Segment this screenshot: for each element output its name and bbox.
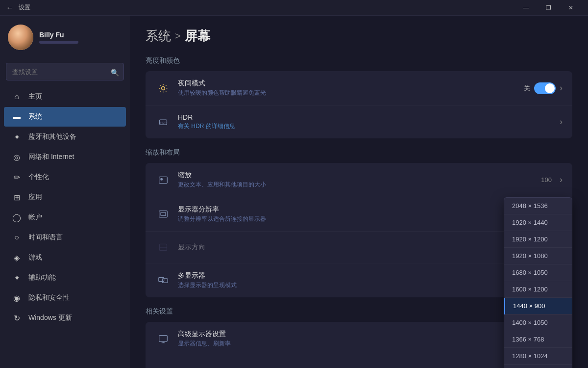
section-brightness: 亮度和颜色夜间模式使用较暖的颜色帮助眼睛避免蓝光关›HDRHDR有关 HDR 的… [146,56,572,138]
sidebar: Billy Fu 🔍 ⌂主页▬系统✦蓝牙和其他设备◎网络和 Internet✏个… [0,16,130,368]
item-title-hdr: HDR [178,113,560,121]
breadcrumb: 系统 > 屏幕 [146,27,572,45]
item-title-resolution: 显示器分辨率 [178,205,552,214]
settings-item-zoom[interactable]: 缩放更改文本、应用和其他项目的大小100› [146,163,572,197]
resolution-option-3[interactable]: 1920 × 1080 [504,248,572,264]
svg-rect-14 [161,212,166,215]
back-icon[interactable]: ← [6,3,14,12]
sidebar-item-network[interactable]: ◎网络和 Internet [4,147,126,167]
user-info: Billy Fu [39,31,78,44]
breadcrumb-system[interactable]: 系统 [146,27,171,45]
resolution-option-10[interactable]: 1280 × 960 [504,365,572,368]
nav-label-apps: 应用 [28,193,42,202]
value-chevron-control-zoom: 100› [541,175,563,185]
sidebar-item-time[interactable]: ○时间和语言 [4,228,126,247]
sidebar-item-privacy[interactable]: ◉隐私和安全性 [4,288,126,308]
svg-line-7 [160,91,161,91]
settings-card-brightness: 夜间模式使用较暖的颜色帮助眼睛避免蓝光关›HDRHDR有关 HDR 的详细信息› [146,71,572,138]
sidebar-item-apps[interactable]: ⊞应用 [4,187,126,207]
sidebar-item-gaming[interactable]: ◈游戏 [4,248,126,267]
svg-line-8 [166,85,166,85]
item-text-night_mode: 夜间模式使用较暖的颜色帮助眼睛避免蓝光 [178,79,524,97]
nav-label-home: 主页 [28,92,42,101]
nav-icon-network: ◎ [12,152,22,162]
svg-rect-13 [159,210,168,217]
sidebar-item-windows_update[interactable]: ↻Windows 更新 [4,308,126,328]
app-body: Billy Fu 🔍 ⌂主页▬系统✦蓝牙和其他设备◎网络和 Internet✏个… [0,16,588,368]
settings-item-night_mode[interactable]: 夜间模式使用较暖的颜色帮助眼睛避免蓝光关› [146,71,572,105]
resolution-option-9[interactable]: 1280 × 1024 [504,348,572,365]
item-text-hdr: HDR有关 HDR 的详细信息 [178,113,560,131]
nav-icon-time: ○ [12,233,22,242]
item-subtitle-zoom: 更改文本、应用和其他项目的大小 [178,181,541,189]
sidebar-item-accounts[interactable]: ◯帐户 [4,208,126,227]
content-area: 系统 > 屏幕 亮度和颜色夜间模式使用较暖的颜色帮助眼睛避免蓝光关›HDRHDR… [130,16,588,368]
svg-line-6 [166,91,166,91]
resolution-option-0[interactable]: 2048 × 1536 [504,198,572,214]
resolution-option-1[interactable]: 1920 × 1440 [504,214,572,231]
toggle-control-night_mode: 关› [524,82,563,94]
minimize-button[interactable]: — [514,0,537,16]
search-input[interactable] [6,63,124,80]
nav-label-bluetooth: 蓝牙和其他设备 [28,132,76,141]
section-title-scale: 缩放和布局 [146,148,572,157]
nav-icon-windows_update: ↻ [12,313,22,323]
resolution-option-2[interactable]: 1920 × 1200 [504,231,572,248]
nav-icon-system: ▬ [12,112,22,122]
section-title-brightness: 亮度和颜色 [146,56,572,65]
svg-rect-11 [159,177,168,183]
nav-label-system: 系统 [28,112,42,121]
item-icon-multi_display [155,273,171,289]
toggle-night_mode[interactable] [534,82,556,94]
item-value-zoom: 100 [541,176,552,184]
sidebar-item-system[interactable]: ▬系统 [4,107,126,127]
sidebar-item-accessibility[interactable]: ✦辅助功能 [4,268,126,288]
item-title-advanced_display: 高级显示器设置 [178,330,560,339]
resolution-dropdown: 2048 × 15361920 × 14401920 × 12001920 × … [504,197,572,368]
item-icon-gpu [155,364,171,368]
close-button[interactable]: ✕ [560,0,582,16]
item-subtitle-resolution: 调整分辨率以适合所连接的显示器 [178,215,552,223]
resolution-option-4[interactable]: 1680 × 1050 [504,264,572,281]
search-container: 🔍 [0,59,130,86]
titlebar-title: 设置 [19,3,30,12]
search-icon: 🔍 [111,69,119,77]
nav-label-time: 时间和语言 [28,233,63,242]
resolution-option-8[interactable]: 1366 × 768 [504,331,572,348]
item-title-zoom: 缩放 [178,171,541,180]
svg-rect-18 [162,278,168,282]
settings-item-hdr[interactable]: HDRHDR有关 HDR 的详细信息› [146,105,572,138]
nav-label-windows_update: Windows 更新 [28,314,72,322]
item-text-zoom: 缩放更改文本、应用和其他项目的大小 [178,171,541,189]
svg-rect-17 [159,277,164,281]
item-subtitle-advanced_display: 显示器信息、刷新率 [178,340,560,348]
nav-icon-apps: ⊞ [12,192,22,202]
svg-rect-19 [159,335,168,342]
nav-list: ⌂主页▬系统✦蓝牙和其他设备◎网络和 Internet✏个性化⊞应用◯帐户○时间… [0,86,130,368]
restore-button[interactable]: ❐ [537,0,560,16]
item-text-advanced_display: 高级显示器设置显示器信息、刷新率 [178,330,560,348]
item-icon-advanced_display [155,331,171,347]
item-subtitle-night_mode: 使用较暖的颜色帮助眼睛避免蓝光 [178,89,524,97]
resolution-option-5[interactable]: 1600 × 1200 [504,281,572,298]
nav-icon-bluetooth: ✦ [12,132,22,142]
sidebar-item-personalize[interactable]: ✏个性化 [4,167,126,187]
hdr-link[interactable]: 有关 HDR 的详细信息 [178,123,235,130]
sidebar-item-home[interactable]: ⌂主页 [4,87,126,106]
nav-icon-privacy: ◉ [12,293,22,303]
chevron-right-night_mode: › [560,83,563,93]
svg-point-0 [162,86,165,90]
nav-label-privacy: 隐私和安全性 [28,293,70,302]
resolution-option-7[interactable]: 1400 × 1050 [504,315,572,331]
nav-icon-accounts: ◯ [12,212,22,222]
nav-label-network: 网络和 Internet [28,153,74,161]
titlebar: ← 设置 — ❐ ✕ [0,0,588,16]
nav-icon-gaming: ◈ [12,253,22,263]
resolution-option-6[interactable]: 1440 × 900 [504,298,572,315]
avatar [8,25,33,50]
item-icon-orientation [155,239,171,255]
chevron-right-zoom: › [560,175,563,185]
sidebar-item-bluetooth[interactable]: ✦蓝牙和其他设备 [4,127,126,147]
user-profile[interactable]: Billy Fu [0,16,130,59]
item-title-night_mode: 夜间模式 [178,79,524,88]
